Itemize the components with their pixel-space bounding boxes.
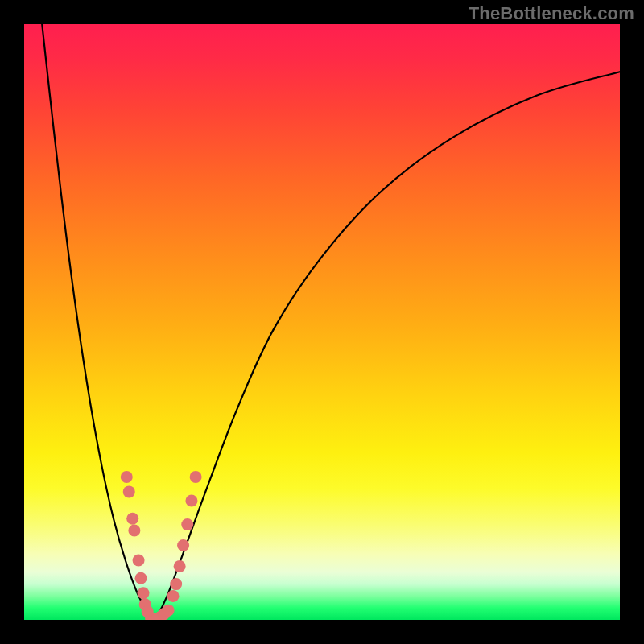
data-points-bottom <box>163 605 175 617</box>
data-points-right <box>167 590 180 602</box>
data-points-left <box>121 471 133 483</box>
data-points-left <box>135 572 147 584</box>
data-points-right <box>181 518 193 530</box>
data-points-left <box>128 525 140 537</box>
data-points-right <box>177 539 189 551</box>
chart-svg <box>24 24 620 620</box>
chart-frame: TheBottleneck.com <box>0 0 644 644</box>
data-points-left <box>123 485 135 497</box>
watermark-text: TheBottleneck.com <box>469 3 634 24</box>
data-points-left <box>138 587 150 599</box>
data-points-left <box>126 513 138 525</box>
data-points-right <box>185 495 197 507</box>
bottleneck-curve-right <box>155 72 620 620</box>
data-points-right <box>190 471 202 483</box>
data-points-right <box>174 560 186 572</box>
plot-area <box>24 24 620 620</box>
data-points-left <box>133 555 145 567</box>
data-points-right <box>170 578 182 590</box>
marker-layer <box>121 471 202 620</box>
